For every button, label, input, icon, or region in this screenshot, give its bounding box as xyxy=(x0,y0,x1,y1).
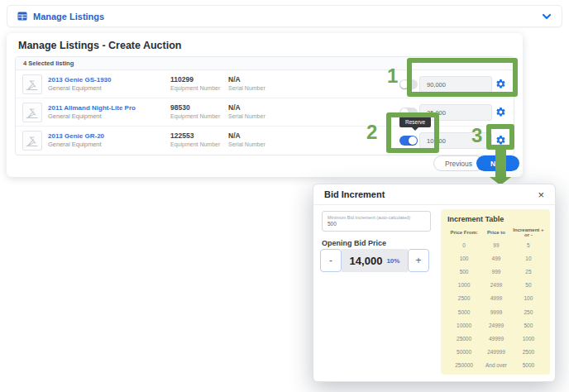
listing-category: General Equipment xyxy=(48,112,172,121)
serial-number-label: Serial Number xyxy=(228,84,294,93)
listing-category: General Equipment xyxy=(48,141,172,149)
opening-bid-value: 14,000 xyxy=(350,255,383,267)
create-auction-card: Manage Listings - Create Auction 4 Selec… xyxy=(7,33,523,177)
listing-title-link[interactable]: 2011 Allmand Night-Lite Pro xyxy=(48,103,172,112)
equipment-number: 110299 xyxy=(170,75,237,84)
bid-increment-modal: Bid Increment × Minimum Bid Increment (a… xyxy=(313,184,556,382)
increment-button[interactable]: + xyxy=(408,249,429,272)
equipment-number-label: Equipment Number xyxy=(170,84,237,93)
listing-row: 2013 Genie GR-20 General Equipment 12255… xyxy=(16,127,514,155)
decrement-button[interactable]: - xyxy=(320,249,342,272)
increment-table-row: 250000And over5000 xyxy=(447,359,545,372)
opening-bid-stepper: - 14,000 10% + xyxy=(320,249,429,272)
equipment-number: 122553 xyxy=(170,131,237,141)
screen: Manage Listings Manage Listings - Create… xyxy=(0,0,569,392)
selected-listings-panel: 4 Selected listing 2013 Genie GS-1930 Ge… xyxy=(15,56,514,155)
equipment-number: 98530 xyxy=(170,103,237,112)
serial-number: N/A xyxy=(228,131,294,141)
min-bid-increment-value: 500 xyxy=(328,221,425,227)
collapse-bar-title: Manage Listings xyxy=(33,12,104,22)
serial-number: N/A xyxy=(228,103,294,112)
increment-table-panel: Increment Table Price From: Price to Inc… xyxy=(441,209,550,375)
increment-table-title: Increment Table xyxy=(447,215,545,223)
increment-table-row: 1000249950 xyxy=(447,279,545,292)
annotation-arrow xyxy=(495,150,506,177)
listing-row: 2011 Allmand Night-Lite Pro General Equi… xyxy=(16,98,514,127)
chevron-down-icon[interactable] xyxy=(542,13,552,20)
serial-number-label: Serial Number xyxy=(228,112,294,121)
page-title: Manage Listings - Create Auction xyxy=(18,40,181,51)
increment-table-row: 25004999100 xyxy=(447,292,545,305)
price-input[interactable] xyxy=(419,76,492,93)
modal-title: Bid Increment xyxy=(324,189,385,199)
annotation-number-1: 1 xyxy=(387,65,398,88)
listing-category: General Equipment xyxy=(48,84,172,93)
opening-bid-price-label: Opening Bid Price xyxy=(322,239,386,247)
increment-table-row: 0995 xyxy=(447,238,545,251)
listing-row: 2013 Genie GS-1930 General Equipment 110… xyxy=(16,70,514,98)
annotation-number-2: 2 xyxy=(366,121,377,144)
increment-table-row: 50099925 xyxy=(447,265,545,278)
equipment-thumbnail xyxy=(22,131,42,151)
manage-listings-collapse-bar[interactable]: Manage Listings xyxy=(7,5,562,27)
increment-table-row: 25000499991000 xyxy=(447,332,545,345)
increment-table-row: 10049910 xyxy=(447,251,545,265)
reserve-toggle[interactable] xyxy=(399,79,418,89)
toggle-knob xyxy=(409,136,417,145)
increment-table-row: 1000024999500 xyxy=(447,318,545,332)
increment-table-row: 50009999250 xyxy=(447,305,545,318)
reserve-tooltip: Reserve xyxy=(399,117,431,127)
bid-settings-gear-button[interactable] xyxy=(495,135,507,146)
bid-settings-gear-button[interactable] xyxy=(495,79,507,90)
equipment-number-label: Equipment Number xyxy=(170,141,237,149)
increment-table-header: Price From: Price to Increament + or - xyxy=(447,227,545,238)
equipment-number-label: Equipment Number xyxy=(170,112,237,121)
toggle-knob xyxy=(400,108,409,117)
toggle-knob xyxy=(400,80,409,88)
opening-bid-percent: 10% xyxy=(386,257,399,265)
bid-settings-gear-button[interactable] xyxy=(495,107,507,118)
min-bid-increment-field[interactable]: Minimum Bid Increment (auto-calculated) … xyxy=(322,211,431,232)
close-icon[interactable]: × xyxy=(538,189,544,200)
min-bid-increment-label: Minimum Bid Increment (auto-calculated) xyxy=(328,215,425,221)
serial-number: N/A xyxy=(228,75,294,84)
reserve-toggle[interactable] xyxy=(399,136,418,146)
increment-table-row: 500002499992500 xyxy=(447,346,545,359)
listing-title-link[interactable]: 2013 Genie GR-20 xyxy=(48,131,172,141)
equipment-thumbnail xyxy=(22,74,42,94)
serial-number-label: Serial Number xyxy=(228,141,294,149)
annotation-number-3: 3 xyxy=(471,124,482,147)
listing-title-link[interactable]: 2013 Genie GS-1930 xyxy=(48,75,172,84)
table-icon xyxy=(17,12,27,21)
selected-count-label: 4 Selected listing xyxy=(16,57,514,70)
equipment-thumbnail xyxy=(22,103,42,122)
